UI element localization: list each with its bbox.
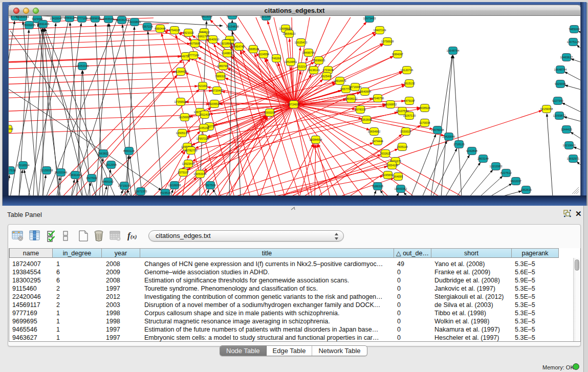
svg-text:16154838: 16154838 <box>226 25 239 28</box>
svg-text:23420046: 23420046 <box>443 135 455 138</box>
svg-text:9474444: 9474444 <box>372 140 383 143</box>
svg-text:26053346: 26053346 <box>76 64 89 68</box>
svg-text:16648784: 16648784 <box>447 49 460 52</box>
svg-text:20691406: 20691406 <box>69 173 82 177</box>
svg-text:1530027: 1530027 <box>400 130 411 133</box>
svg-text:14136141: 14136141 <box>308 69 320 72</box>
svg-text:8813054: 8813054 <box>201 16 212 18</box>
svg-text:2935114: 2935114 <box>397 145 407 148</box>
svg-text:9227343: 9227343 <box>552 99 563 102</box>
svg-text:11156829: 11156829 <box>179 116 191 119</box>
svg-text:18724007: 18724007 <box>288 103 300 106</box>
svg-text:1588520: 1588520 <box>248 48 259 51</box>
svg-text:9242848: 9242848 <box>466 149 477 152</box>
svg-text:10654112: 10654112 <box>386 164 398 167</box>
svg-text:10807487: 10807487 <box>217 64 230 68</box>
svg-text:14938222: 14938222 <box>345 97 358 100</box>
svg-text:16120746: 16120746 <box>401 69 413 72</box>
svg-text:32159358: 32159358 <box>40 169 53 172</box>
svg-text:1145193: 1145193 <box>198 126 209 129</box>
svg-text:19384554: 19384554 <box>310 138 322 141</box>
svg-text:1615132: 1615132 <box>404 82 415 85</box>
svg-text:164095: 164095 <box>394 175 403 178</box>
svg-text:13226058: 13226058 <box>168 184 181 187</box>
svg-text:12905135: 12905135 <box>176 132 189 135</box>
svg-text:10756928: 10756928 <box>381 40 394 43</box>
svg-text:252214: 252214 <box>297 65 307 68</box>
svg-text:3678332: 3678332 <box>355 108 366 111</box>
svg-text:12975125: 12975125 <box>567 40 580 43</box>
svg-text:1170034: 1170034 <box>419 121 430 124</box>
svg-text:16033809: 16033809 <box>128 20 141 24</box>
svg-text:62160: 62160 <box>199 84 207 87</box>
svg-text:22420046: 22420046 <box>50 17 63 20</box>
svg-text:9699695: 9699695 <box>90 17 101 20</box>
svg-text:2803144: 2803144 <box>477 157 489 160</box>
svg-text:9327509: 9327509 <box>205 184 216 187</box>
svg-text:8660124: 8660124 <box>123 149 135 152</box>
svg-text:10973493: 10973493 <box>363 17 376 20</box>
svg-text:20691406: 20691406 <box>37 23 50 26</box>
svg-text:9245652: 9245652 <box>382 173 394 177</box>
svg-text:13267130: 13267130 <box>403 114 416 117</box>
svg-text:3224554: 3224554 <box>258 53 269 56</box>
svg-text:1621022: 1621022 <box>183 31 194 34</box>
svg-text:20206526: 20206526 <box>208 102 221 105</box>
svg-text:13524851: 13524851 <box>285 60 297 63</box>
svg-text:2687682: 2687682 <box>227 16 238 17</box>
svg-text:9115460: 9115460 <box>9 127 13 130</box>
svg-text:6466160: 6466160 <box>102 180 114 183</box>
svg-text:3822037: 3822037 <box>510 180 521 183</box>
svg-text:16671355: 16671355 <box>135 190 147 193</box>
svg-text:23676038: 23676038 <box>431 128 444 132</box>
svg-text:18300295: 18300295 <box>23 24 36 27</box>
svg-text:8454749: 8454749 <box>233 45 245 48</box>
svg-text:21364436: 21364436 <box>175 70 187 73</box>
svg-text:12923448: 12923448 <box>182 162 195 165</box>
svg-text:1733426: 1733426 <box>322 69 334 72</box>
svg-text:15692971: 15692971 <box>567 157 580 160</box>
svg-text:14914479: 14914479 <box>334 79 346 82</box>
svg-text:8186328: 8186328 <box>372 185 383 188</box>
svg-text:1527602: 1527602 <box>86 177 97 180</box>
svg-text:8227512: 8227512 <box>500 171 512 174</box>
svg-text:1353594: 1353594 <box>361 118 372 121</box>
svg-text:19218906: 19218906 <box>220 42 233 45</box>
svg-text:3912954: 3912954 <box>105 163 117 166</box>
svg-text:16782759: 16782759 <box>185 149 198 152</box>
svg-text:6794028: 6794028 <box>169 29 180 32</box>
svg-text:17359926: 17359926 <box>175 100 187 103</box>
svg-text:19384554: 19384554 <box>16 16 29 18</box>
svg-text:7485063: 7485063 <box>569 28 580 31</box>
svg-text:12213967: 12213967 <box>260 16 273 18</box>
svg-text:1244415: 1244415 <box>561 128 572 131</box>
svg-text:9777169: 9777169 <box>188 54 199 57</box>
svg-text:9084067: 9084067 <box>392 53 403 56</box>
svg-text:12213383: 12213383 <box>490 165 503 168</box>
svg-text:10699695: 10699695 <box>313 59 325 62</box>
svg-text:746266: 746266 <box>272 57 281 60</box>
svg-text:18495796: 18495796 <box>302 51 315 54</box>
svg-text:10719155: 10719155 <box>118 184 131 187</box>
svg-text:15716485: 15716485 <box>349 85 362 89</box>
svg-text:3675685: 3675685 <box>189 42 201 45</box>
svg-text:16648784: 16648784 <box>554 68 567 71</box>
svg-text:7515526: 7515526 <box>160 191 171 194</box>
svg-text:10025433: 10025433 <box>295 41 308 44</box>
svg-text:7625402: 7625402 <box>321 75 332 78</box>
svg-text:8938924: 8938924 <box>419 106 430 110</box>
svg-text:2718126: 2718126 <box>453 143 465 146</box>
svg-text:3911401: 3911401 <box>199 113 210 116</box>
svg-text:17046796: 17046796 <box>372 97 384 100</box>
svg-text:12093872: 12093872 <box>553 114 566 117</box>
svg-text:15720407: 15720407 <box>211 89 224 92</box>
svg-text:2300203: 2300203 <box>264 111 275 114</box>
svg-text:6479197: 6479197 <box>404 99 415 102</box>
svg-text:19166852: 19166852 <box>384 103 397 106</box>
svg-text:17016504: 17016504 <box>17 164 30 167</box>
svg-text:10463627: 10463627 <box>560 56 573 59</box>
svg-text:19654923: 19654923 <box>283 32 296 35</box>
svg-text:8990448: 8990448 <box>155 27 166 30</box>
svg-text:26053346: 26053346 <box>55 171 68 174</box>
svg-text:16543382: 16543382 <box>395 187 407 190</box>
